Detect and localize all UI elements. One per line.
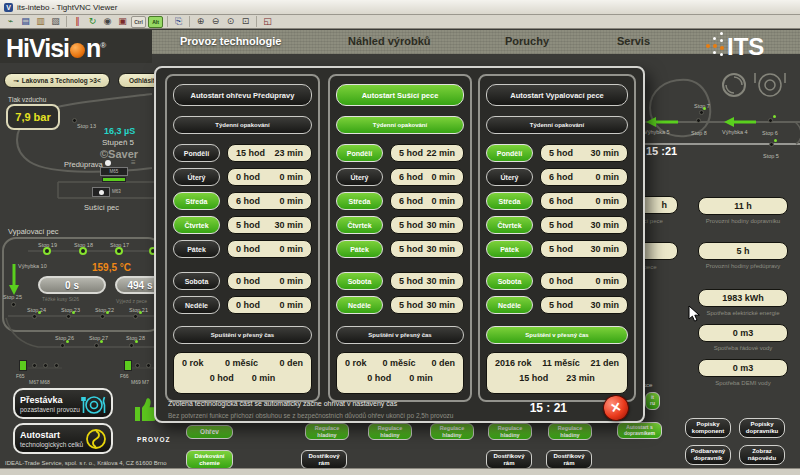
davkovani-chemie-button[interactable]: Dávkování chemie — [186, 450, 233, 468]
day-time-display[interactable]: 5 hod30 min — [390, 216, 464, 234]
day-button[interactable]: Neděle — [173, 296, 220, 314]
autostart-susici-pece-button[interactable]: Autostart Sušící pece — [336, 84, 464, 106]
pause-icon[interactable]: ∥ — [71, 16, 84, 28]
day-time-display[interactable]: 5 hod30 min — [390, 272, 464, 290]
day-button[interactable]: Neděle — [486, 296, 533, 314]
day-button[interactable]: Pátek — [486, 240, 533, 258]
day-time-display[interactable]: 5 hod30 min — [540, 216, 628, 234]
day-button[interactable]: Pondělí — [173, 144, 220, 162]
day-button[interactable]: Pátek — [336, 240, 383, 258]
oven-autostart-column: Autostart Vypalovací pece Týdenní opakov… — [478, 74, 636, 402]
zoom-100-icon[interactable]: ⊙ — [224, 16, 237, 28]
day-button[interactable]: Neděle — [336, 296, 383, 314]
day-button[interactable]: Středa — [336, 192, 383, 210]
day-button[interactable]: Čtvrtek — [173, 216, 220, 234]
weekly-repeat-button[interactable]: Týdenní opakování — [336, 116, 464, 134]
day-button[interactable]: Pondělí — [336, 144, 383, 162]
autostart-predupravy-button[interactable]: Autostart ohřevu Předúpravy — [173, 84, 312, 106]
exact-datetime-panel[interactable]: 0 rok0 měsíc0 den 0 hod0 min — [336, 352, 464, 394]
clipboard-icon[interactable]: ⎘ — [172, 16, 185, 28]
exact-time-start-button[interactable]: Spuštění v přesný čas — [336, 326, 464, 344]
day-time-display[interactable]: 0 hod0 min — [540, 272, 628, 290]
day-time-display[interactable]: 6 hod0 min — [540, 192, 628, 210]
weekly-repeat-button[interactable]: Týdenní opakování — [486, 116, 628, 134]
day-time-display[interactable]: 5 hod30 min — [540, 296, 628, 314]
ctrl-key[interactable]: Ctrl — [131, 16, 146, 28]
day-time-display[interactable]: 5 hod30 min — [540, 144, 628, 162]
exact-datetime-panel[interactable]: 2016 rok11 měsíc21 den 15 hod23 min — [486, 352, 628, 394]
zobraz-napovedu-button[interactable]: Zobraz nápovědu — [739, 445, 785, 465]
alt-key[interactable]: Alt — [148, 16, 163, 28]
day-row: Úterý 6 hod0 min — [336, 168, 464, 186]
autostart-button[interactable]: Autostart technologických celků — [13, 423, 113, 454]
day-time-display[interactable]: 0 hod0 min — [227, 272, 312, 290]
zoom-out-icon[interactable]: ⊖ — [209, 16, 222, 28]
ohrev-button[interactable]: Ohřev — [186, 425, 233, 439]
day-time-display[interactable]: 6 hod0 min — [390, 192, 464, 210]
autostart-s-dopravnikem-button[interactable]: Autostart s dopravníkem — [617, 422, 662, 439]
regulace-hladiny-button[interactable]: Regulace hladiny — [488, 423, 532, 440]
new-connection-icon[interactable]: ⌁ — [4, 16, 17, 28]
day-time-display[interactable]: 5 hod30 min — [227, 216, 312, 234]
popisky-dopravniku-button[interactable]: Popisky dopravníku — [739, 418, 785, 438]
toolbar-icon[interactable] — [189, 16, 190, 27]
day-button[interactable]: Sobota — [173, 272, 220, 290]
stop-8-label: Stop 8 — [691, 130, 707, 136]
dostrikovy-ram-button[interactable]: Dostřikový rám — [301, 450, 347, 468]
break-button[interactable]: Přestávka pozastavení provozu — [13, 388, 113, 419]
vyhybka-4-label: Výhybka 4 — [722, 129, 748, 135]
day-time-display[interactable]: 0 hod0 min — [227, 240, 312, 258]
view-only-icon[interactable]: ◉ — [101, 16, 114, 28]
regulace-hladiny-button[interactable]: Regulace hladiny — [368, 423, 412, 440]
station-select-button[interactable]: ⊸Lakovna 3 Technolog >3< — [4, 73, 110, 88]
partial-green-button[interactable]: itru — [645, 392, 660, 410]
toolbar-icon[interactable] — [256, 16, 257, 27]
day-time-display[interactable]: 0 hod0 min — [227, 296, 312, 314]
dostrikovy-ram-button[interactable]: Dostřikový rám — [546, 450, 592, 468]
save-icon[interactable]: ▤ — [19, 16, 32, 28]
day-button[interactable]: Úterý — [173, 168, 220, 186]
exact-datetime-panel[interactable]: 0 rok0 měsíc0 den 0 hod0 min — [173, 352, 312, 394]
day-time-display[interactable]: 6 hod0 min — [227, 192, 312, 210]
day-time-display[interactable]: 5 hod30 min — [540, 240, 628, 258]
weekly-repeat-button[interactable]: Týdenní opakování — [173, 116, 312, 134]
pretreat-dot — [105, 160, 111, 166]
fullscreen-icon[interactable]: ◱ — [261, 16, 274, 28]
day-button[interactable]: Čtvrtek — [486, 216, 533, 234]
autostart-vypalovaci-pece-button[interactable]: Autostart Vypalovací pece — [486, 84, 628, 106]
dostrikovy-ram-button[interactable]: Dostřikový rám — [486, 450, 532, 468]
exact-time-start-button[interactable]: Spuštění v přesný čas — [486, 326, 628, 344]
conductivity-value: 16,3 µS — [104, 126, 135, 136]
day-button[interactable]: Sobota — [486, 272, 533, 290]
zoom-in-icon[interactable]: ⊕ — [194, 16, 207, 28]
day-time-display[interactable]: 6 hod0 min — [390, 168, 464, 186]
day-button[interactable]: Úterý — [486, 168, 533, 186]
day-button[interactable]: Pátek — [173, 240, 220, 258]
open-icon[interactable]: ▥ — [34, 16, 47, 28]
popisky-komponent-button[interactable]: Popisky komponent — [685, 418, 731, 438]
refresh-icon[interactable]: ↻ — [86, 16, 99, 28]
day-button[interactable]: Středa — [486, 192, 533, 210]
toolbar-icon[interactable] — [167, 16, 168, 27]
podbarveny-dopravnik-button[interactable]: Podbarvený dopravník — [685, 445, 731, 465]
zoom-fit-icon[interactable]: ⊡ — [239, 16, 252, 28]
day-button[interactable]: Středa — [173, 192, 220, 210]
regulace-hladiny-button[interactable]: Regulace hladiny — [305, 423, 349, 440]
screenshot-icon[interactable]: ▣ — [116, 16, 129, 28]
toolbar-icon[interactable] — [66, 16, 67, 27]
day-time-display[interactable]: 5 hod22 min — [390, 144, 464, 162]
options-icon[interactable]: ▧ — [49, 16, 62, 28]
day-time-display[interactable]: 15 hod23 min — [227, 144, 312, 162]
vnc-toolbar: ⌁ ▤ ▥ ▧ ∥ ↻ ◉ ▣ Ctrl Alt ⎘ ⊕ ⊖ — [0, 15, 800, 29]
regulace-hladiny-button[interactable]: Regulace hladiny — [548, 423, 592, 440]
exact-time-start-button[interactable]: Spuštění v přesný čas — [173, 326, 312, 344]
day-button[interactable]: Čtvrtek — [336, 216, 383, 234]
day-time-display[interactable]: 6 hod0 min — [540, 168, 628, 186]
regulace-hladiny-button[interactable]: Regulace hladiny — [430, 423, 474, 440]
day-time-display[interactable]: 5 hod30 min — [390, 296, 464, 314]
day-button[interactable]: Sobota — [336, 272, 383, 290]
day-button[interactable]: Pondělí — [486, 144, 533, 162]
day-time-display[interactable]: 5 hod30 min — [390, 240, 464, 258]
day-button[interactable]: Úterý — [336, 168, 383, 186]
day-time-display[interactable]: 0 hod0 min — [227, 168, 312, 186]
